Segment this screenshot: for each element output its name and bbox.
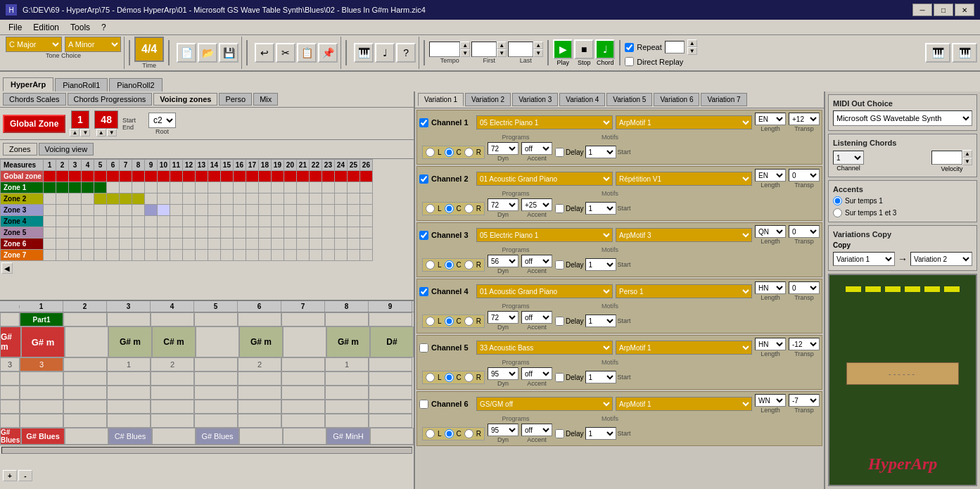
channel-1-delay-select[interactable]: 1 <box>585 146 616 158</box>
var-tab-7[interactable]: Variation 7 <box>701 93 746 106</box>
channel-3-delay-checkbox[interactable] <box>555 260 564 269</box>
channel-2-enabled[interactable] <box>419 174 428 184</box>
repeat-down[interactable]: ▼ <box>687 47 697 55</box>
global-zone-button[interactable]: Global Zone <box>3 115 65 133</box>
copy-from-select[interactable]: Variation 1 Variation 2 <box>833 252 895 266</box>
channel-1-length-select[interactable]: EN <box>755 113 786 125</box>
channel-5-accent-select[interactable]: off <box>521 367 552 380</box>
channel-5-program-select[interactable]: 33 Acoustic Bass <box>476 341 613 355</box>
velocity-up[interactable]: ▲ <box>962 150 972 158</box>
channel-1-delay-checkbox[interactable] <box>555 148 564 157</box>
zone-end-down[interactable]: ▼ <box>107 129 117 136</box>
var-tab-2[interactable]: Variation 2 <box>465 93 511 106</box>
channel-4-enabled[interactable] <box>419 287 428 296</box>
close-button[interactable]: ✕ <box>955 4 974 16</box>
chord-button[interactable]: ♩ <box>595 39 615 59</box>
tempo-input[interactable]: 113 <box>429 42 460 57</box>
channel-5-delay-checkbox[interactable] <box>555 373 564 382</box>
var-tab-6[interactable]: Variation 6 <box>654 93 699 106</box>
channel-4-radio-l[interactable] <box>426 317 435 326</box>
channel-3-dyn-select[interactable]: 56 <box>488 255 518 267</box>
channel-4-delay-select[interactable]: 1 <box>585 315 616 327</box>
zones-tab-voicing[interactable]: Voicing view <box>39 143 94 155</box>
last-up[interactable]: ▲ <box>533 42 543 49</box>
tab-pianoroll2[interactable]: PianoRoll2 <box>109 78 162 91</box>
channel-4-dyn-select[interactable]: 72 <box>488 311 518 324</box>
accent-radio-2[interactable] <box>833 208 842 217</box>
repeat-up[interactable]: ▲ <box>687 39 697 47</box>
maximize-button[interactable]: □ <box>934 4 953 16</box>
channel-2-radio-l[interactable] <box>426 204 435 213</box>
new-button[interactable]: 📄 <box>177 43 196 63</box>
tab-hyperarp[interactable]: HyperArp <box>3 77 53 91</box>
channel-2-length-select[interactable]: EN <box>755 169 786 182</box>
tempo-down[interactable]: ▼ <box>460 49 470 57</box>
channel-4-program-select[interactable]: 01 Acoustic Grand Piano <box>476 284 613 298</box>
channel-2-delay-checkbox[interactable] <box>555 204 564 213</box>
channel-3-length-select[interactable]: QN <box>755 225 786 238</box>
channel-5-radio-r[interactable] <box>464 373 473 382</box>
channel-6-length-select[interactable]: WN <box>755 394 786 407</box>
var-tab-5[interactable]: Variation 5 <box>606 93 652 106</box>
channel-1-radio-r[interactable] <box>464 148 473 157</box>
undo-button[interactable]: ↩ <box>255 43 274 63</box>
channel-2-radio-c[interactable] <box>445 204 454 213</box>
key-minor-select[interactable]: A Minor <box>65 37 121 52</box>
channel-1-dyn-select[interactable]: 72 <box>488 142 518 155</box>
channel-3-motif-select[interactable]: ArpMotif 3 <box>616 228 752 242</box>
piano2-button[interactable]: 🎹 <box>952 43 977 63</box>
sub-tab-voicing-zones[interactable]: Voicing zones <box>153 93 217 106</box>
direct-replay-checkbox[interactable] <box>625 57 634 66</box>
sub-tab-chords-progressions[interactable]: Chords Progressions <box>68 93 153 106</box>
channel-5-enabled[interactable] <box>419 343 428 353</box>
channel-5-transp-select[interactable]: -12 <box>789 338 820 350</box>
velocity-input[interactable]: 90 <box>931 151 962 165</box>
piano-button[interactable]: 🎹 <box>354 43 374 63</box>
sub-tab-perso[interactable]: Perso <box>219 93 252 106</box>
channel-4-radio-r[interactable] <box>464 317 473 326</box>
listening-channel-select[interactable]: 1 <box>833 151 864 165</box>
channel-4-radio-c[interactable] <box>445 317 454 326</box>
menu-edition[interactable]: Edition <box>27 21 65 34</box>
key-major-select[interactable]: C Major <box>6 37 62 52</box>
channel-3-enabled[interactable] <box>419 231 428 240</box>
channel-1-radio-c[interactable] <box>445 148 454 157</box>
channel-2-radio-r[interactable] <box>464 204 473 213</box>
midi-out-select[interactable]: Microsoft GS Wavetable Synth <box>833 110 972 126</box>
accent-radio-1[interactable] <box>833 196 842 205</box>
first-down[interactable]: ▼ <box>497 49 507 57</box>
channel-6-enabled[interactable] <box>419 400 428 409</box>
copy-to-select[interactable]: Variation 2 Variation 1 <box>910 252 972 266</box>
open-button[interactable]: 📂 <box>198 43 217 63</box>
zoom-in-button[interactable]: + <box>3 470 17 481</box>
zoom-out-button[interactable]: - <box>18 470 32 481</box>
channel-6-program-select[interactable]: GS/GM off <box>476 397 613 411</box>
channel-5-radio-c[interactable] <box>445 373 454 382</box>
channel-5-radio-l[interactable] <box>426 373 435 382</box>
channel-6-motif-select[interactable]: ArpMotif 1 <box>616 397 752 411</box>
paste-button[interactable]: 📌 <box>318 43 338 63</box>
first-up[interactable]: ▲ <box>497 42 507 49</box>
channel-1-program-select[interactable]: 05 Electric Piano 1 <box>476 115 613 129</box>
tempo-up[interactable]: ▲ <box>460 42 470 49</box>
channel-4-motif-select[interactable]: Perso 1 <box>616 284 752 298</box>
repeat-value[interactable]: 3 <box>665 41 685 53</box>
channel-1-enabled[interactable] <box>419 118 428 127</box>
menu-file[interactable]: File <box>3 21 27 34</box>
info-button[interactable]: ? <box>396 43 416 63</box>
copy-button[interactable]: 📋 <box>297 43 317 63</box>
channel-3-radio-r[interactable] <box>464 260 473 269</box>
tab-pianoroll1[interactable]: PianoRoll1 <box>55 78 108 91</box>
var-tab-1[interactable]: Variation 1 <box>418 93 464 106</box>
root-select[interactable]: c2 <box>148 113 176 128</box>
channel-6-radio-c[interactable] <box>445 429 454 438</box>
cut-button[interactable]: ✂ <box>276 43 295 63</box>
channel-1-transp-select[interactable]: +12 <box>789 113 820 125</box>
channel-2-accent-select[interactable]: +25 <box>521 198 552 211</box>
zone-num-down[interactable]: ▼ <box>80 129 90 136</box>
channel-3-transp-select[interactable]: 0 <box>789 225 820 238</box>
zone-num-up[interactable]: ▲ <box>70 129 79 136</box>
velocity-down[interactable]: ▼ <box>962 158 972 165</box>
channel-4-delay-checkbox[interactable] <box>555 317 564 326</box>
menu-help[interactable]: ? <box>96 21 112 34</box>
